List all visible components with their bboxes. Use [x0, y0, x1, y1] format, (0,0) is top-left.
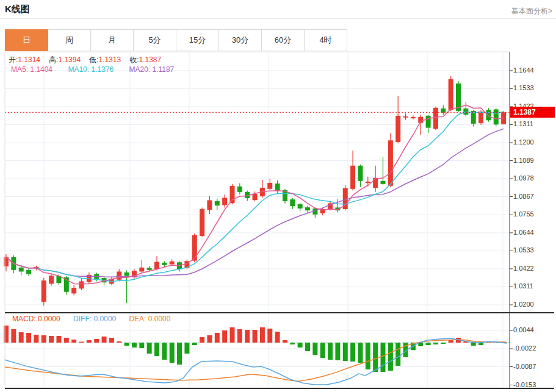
price-axis-label: 1.0422	[513, 265, 534, 272]
macd-axis-label: -0.0153	[513, 381, 536, 388]
price-axis-label: 1.1533	[513, 84, 534, 91]
ohlc-row: 开:1.1314高:1.1394低:1.1313收:1.1387	[9, 55, 170, 65]
open-value: 1.1314	[18, 55, 40, 64]
close-label: 收:	[129, 55, 139, 64]
price-axis-label: 1.0755	[513, 210, 534, 218]
price-axis-label: 1.1644	[513, 66, 534, 74]
high-label: 高:	[49, 55, 58, 64]
diff-value: DIFF: 0.0000	[73, 315, 116, 323]
price-axis-label: 1.1089	[513, 157, 534, 164]
price-axis-label: 1.0644	[513, 229, 534, 236]
open-label: 开:	[9, 55, 18, 64]
ma10-value: MA10: 1.1376	[68, 65, 114, 74]
price-axis-label: 1.1200	[513, 138, 534, 146]
current-price-tag: 1.1387	[510, 107, 555, 118]
macd-values-row: MACD: 0.0000 DIFF: 0.0000 DEA: 0.0000	[12, 315, 181, 323]
macd-axis-label: 0.0044	[513, 326, 534, 333]
low-value: 1.1313	[98, 55, 121, 64]
price-axis-label: 1.0533	[513, 246, 534, 254]
price-axis-label: 1.0867	[513, 193, 534, 200]
price-axis-label: 1.0200	[513, 301, 534, 308]
macd-axis-label: -0.0087	[513, 363, 536, 370]
price-axis-label: 1.1311	[513, 120, 533, 127]
tab-day[interactable]: 日	[5, 29, 48, 51]
ma20-value: MA20: 1.1187	[129, 65, 174, 74]
macd-value: MACD: 0.0000	[12, 315, 60, 323]
low-label: 低:	[89, 55, 98, 64]
ma5-value: MA5: 1.1404	[11, 65, 52, 74]
ma-row: MA5: 1.1404 MA10: 1.1376 MA20: 1.1187	[11, 65, 187, 74]
price-axis-label: 1.0978	[513, 174, 534, 182]
macd-axis-label: -0.0022	[513, 344, 536, 352]
close-value: 1.1387	[139, 55, 161, 64]
price-axis-label: 1.0311	[513, 282, 533, 290]
high-value: 1.1394	[58, 55, 81, 64]
dea-value: DEA: 0.0000	[129, 315, 170, 323]
